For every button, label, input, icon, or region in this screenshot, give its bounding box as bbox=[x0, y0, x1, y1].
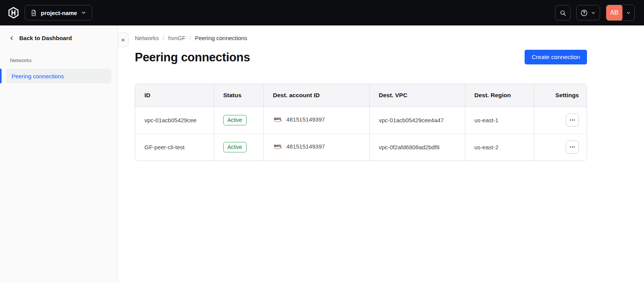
breadcrumb: Networks / hvnGF / Peering connections bbox=[135, 35, 587, 41]
search-icon bbox=[560, 10, 566, 16]
main-content: Networks / hvnGF / Peering connections P… bbox=[118, 25, 644, 282]
avatar-initials: AB bbox=[610, 9, 618, 16]
project-switcher-label: project-name bbox=[41, 10, 77, 16]
cell-dest-account-id: aws481515149397 bbox=[263, 106, 369, 133]
help-icon bbox=[580, 9, 588, 17]
cell-dest-region: us-east-1 bbox=[465, 106, 534, 133]
collapse-icon: « bbox=[121, 36, 125, 44]
hashicorp-logo-icon[interactable] bbox=[8, 7, 25, 19]
chevron-down-icon bbox=[591, 10, 596, 15]
svg-text:aws: aws bbox=[274, 117, 281, 121]
chevron-down-icon bbox=[81, 10, 86, 15]
aws-icon: aws bbox=[273, 143, 283, 150]
svg-text:aws: aws bbox=[274, 144, 281, 148]
breadcrumb-networks[interactable]: Networks bbox=[135, 35, 159, 41]
cell-dest-vpc: vpc-01acb05429cee4a47 bbox=[369, 106, 465, 133]
cell-id: GF-peer-cli-test bbox=[135, 133, 214, 160]
status-badge: Active bbox=[223, 142, 247, 152]
table-body: vpc-01acb05429ceeActiveaws481515149397vp… bbox=[135, 106, 587, 160]
column-header-status: Status bbox=[214, 84, 263, 106]
sidebar-item-peering-connections[interactable]: Peering connections bbox=[6, 69, 111, 83]
cell-dest-account-id: aws481515149397 bbox=[263, 133, 369, 160]
avatar: AB bbox=[606, 5, 622, 21]
create-connection-button[interactable]: Create connection bbox=[525, 50, 587, 64]
document-icon bbox=[30, 10, 37, 16]
row-actions-button[interactable] bbox=[566, 113, 579, 127]
cell-dest-region: us-east-2 bbox=[465, 133, 534, 160]
peering-connections-table: ID Status Dest. account ID Dest. VPC Des… bbox=[135, 84, 587, 161]
cell-status: Active bbox=[214, 133, 263, 160]
aws-icon: aws bbox=[273, 116, 283, 123]
sidebar-collapse-button[interactable]: « bbox=[118, 32, 129, 47]
back-to-dashboard-link[interactable]: Back to Dashboard bbox=[6, 35, 111, 41]
table-row: GF-peer-cli-testActiveaws481515149397vpc… bbox=[135, 133, 587, 160]
column-header-dest-vpc: Dest. VPC bbox=[369, 84, 465, 106]
column-header-id: ID bbox=[135, 84, 214, 106]
chevron-left-icon bbox=[8, 35, 15, 41]
dest-account-id-value: 481515149397 bbox=[287, 116, 325, 123]
breadcrumb-separator: / bbox=[163, 35, 164, 41]
active-item-accent bbox=[0, 69, 2, 83]
breadcrumb-current: Peering connections bbox=[195, 35, 247, 41]
dest-account-id-value: 481515149397 bbox=[287, 143, 325, 150]
sidebar-item-label: Peering connections bbox=[12, 73, 64, 79]
cell-settings bbox=[534, 133, 587, 160]
cell-status: Active bbox=[214, 106, 263, 133]
column-header-dest-region: Dest. Region bbox=[465, 84, 534, 106]
ellipsis-icon bbox=[570, 119, 575, 121]
status-badge: Active bbox=[223, 115, 247, 125]
help-menu-button[interactable] bbox=[576, 5, 600, 20]
back-link-label: Back to Dashboard bbox=[19, 35, 72, 41]
cell-id: vpc-01acb05429cee bbox=[135, 106, 214, 133]
cell-settings bbox=[534, 106, 587, 133]
chevron-down-icon bbox=[622, 10, 634, 15]
page-title: Peering connections bbox=[135, 51, 250, 64]
user-menu-button[interactable]: AB bbox=[606, 5, 635, 21]
project-switcher-button[interactable]: project-name bbox=[25, 5, 92, 20]
column-header-settings: Settings bbox=[534, 84, 587, 106]
breadcrumb-hvn[interactable]: hvnGF bbox=[168, 35, 186, 41]
ellipsis-icon bbox=[570, 146, 575, 148]
row-actions-button[interactable] bbox=[566, 140, 579, 154]
search-button[interactable] bbox=[555, 5, 570, 20]
table-header-row: ID Status Dest. account ID Dest. VPC Des… bbox=[135, 84, 587, 106]
sidebar-section-title: Networks bbox=[6, 57, 111, 63]
table-row: vpc-01acb05429ceeActiveaws481515149397vp… bbox=[135, 106, 587, 133]
breadcrumb-separator: / bbox=[190, 35, 191, 41]
top-navigation-bar: project-name bbox=[0, 0, 644, 25]
sidebar: Back to Dashboard Networks Peering conne… bbox=[0, 25, 118, 282]
cell-dest-vpc: vpc-0f2afd6808ad2bdf8 bbox=[369, 133, 465, 160]
column-header-dest-account-id: Dest. account ID bbox=[263, 84, 369, 106]
